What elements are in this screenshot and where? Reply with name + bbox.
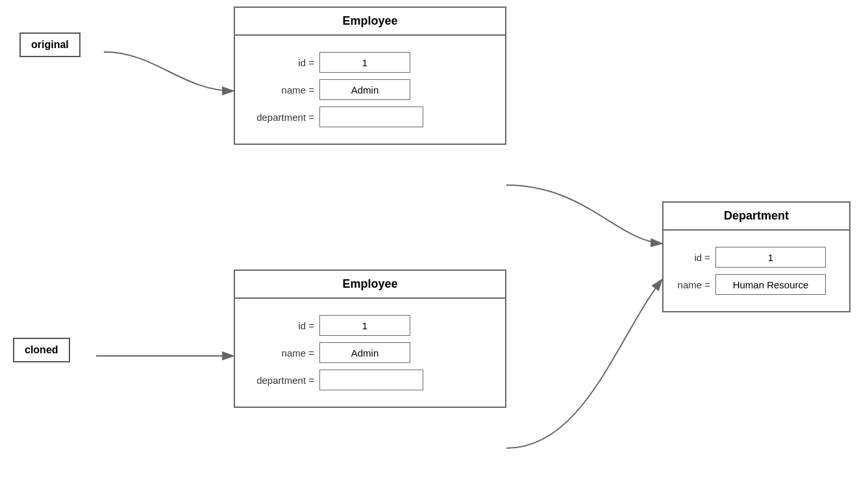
employee-cloned-dept-value (319, 370, 423, 390)
employee-cloned-field-id: id = 1 (248, 315, 492, 336)
employee-cloned-header: Employee (235, 271, 505, 299)
department-name-value: Human Resource (715, 274, 826, 295)
original-label: original (31, 39, 69, 50)
employee-cloned-name-value: Admin (319, 342, 410, 363)
employee-original-dept-value (319, 107, 423, 127)
employee-original-header: Employee (235, 8, 505, 36)
employee-cloned-box: Employee id = 1 name = Admin department … (234, 270, 506, 408)
department-field-name: name = Human Resource (676, 274, 836, 295)
employee-cloned-field-dept: department = (248, 370, 492, 390)
employee-cloned-field-name: name = Admin (248, 342, 492, 363)
department-body: id = 1 name = Human Resource (663, 231, 849, 311)
employee-original-id-value: 1 (319, 52, 410, 73)
department-field-id: id = 1 (676, 247, 836, 268)
employee-original-field-dept: department = (248, 107, 492, 127)
cloned-label-box: cloned (13, 338, 70, 362)
employee-cloned-id-value: 1 (319, 315, 410, 336)
employee-original-body: id = 1 name = Admin department = (235, 36, 505, 144)
employee-original-field-id: id = 1 (248, 52, 492, 73)
original-label-box: original (19, 32, 81, 57)
cloned-label: cloned (25, 344, 58, 355)
department-id-value: 1 (715, 247, 826, 268)
employee-original-field-name: name = Admin (248, 79, 492, 100)
employee-original-name-value: Admin (319, 79, 410, 100)
department-box: Department id = 1 name = Human Resource (662, 201, 850, 312)
employee-original-box: Employee id = 1 name = Admin department … (234, 6, 506, 145)
department-header: Department (663, 203, 849, 231)
diagram-container: original Employee id = 1 name = Admin de… (0, 0, 868, 491)
employee-cloned-body: id = 1 name = Admin department = (235, 299, 505, 407)
